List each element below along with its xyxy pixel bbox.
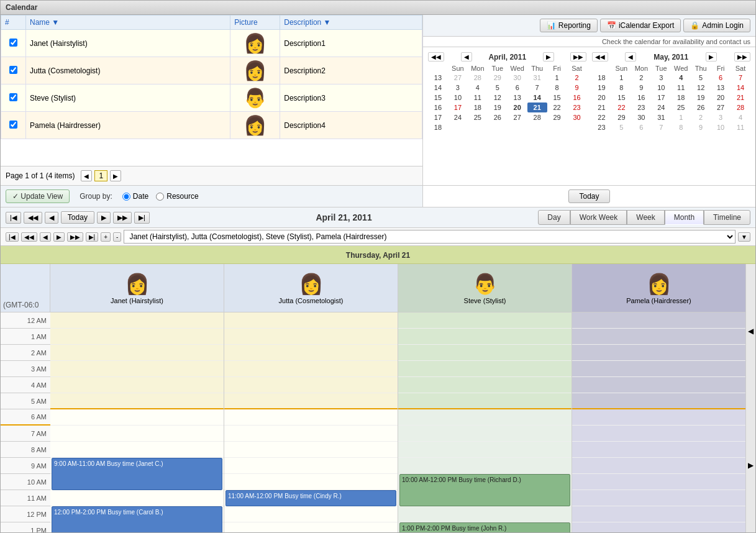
cal-day[interactable]: 4 <box>468 83 488 93</box>
cal-day[interactable] <box>567 122 587 132</box>
tab-timeline[interactable]: Timeline <box>704 210 750 225</box>
cal-day[interactable]: 14 <box>527 93 547 102</box>
steve-event-1[interactable]: 10:00 AM-12:00 PM Busy time (Richard D.) <box>399 474 570 506</box>
cal-day[interactable]: 19 <box>691 93 711 102</box>
today-button[interactable]: Today <box>568 189 609 203</box>
next-page-btn[interactable]: ▶ <box>110 170 121 181</box>
admin-button[interactable]: 🔒 Admin Login <box>683 19 750 32</box>
scroll-right-btn[interactable]: ▶ <box>748 398 754 532</box>
cal-day[interactable]: 16 <box>567 93 587 102</box>
cal-day[interactable]: 20 <box>711 93 731 102</box>
april-prev-btn[interactable]: ◀◀ <box>428 52 444 62</box>
tab-week[interactable]: Week <box>627 210 664 225</box>
dropdown-btn[interactable]: ▼ <box>738 232 750 242</box>
tab-work-week[interactable]: Work Week <box>570 210 627 225</box>
cal-day[interactable]: 3 <box>711 112 731 122</box>
cal-day[interactable]: 17 <box>448 102 468 112</box>
cal-day[interactable]: 23 <box>631 102 651 112</box>
reporting-button[interactable]: 📊 Reporting <box>540 19 598 32</box>
april-prev-month-btn[interactable]: ◀ <box>461 52 472 62</box>
cal-day[interactable]: 26 <box>691 102 711 112</box>
cal-day[interactable]: 11 <box>731 122 750 132</box>
cal-day[interactable]: 12 <box>691 83 711 93</box>
cal-day[interactable]: 10 <box>651 83 671 93</box>
cal-day[interactable]: 1 <box>547 73 567 83</box>
cal-day[interactable]: 9 <box>691 122 711 132</box>
cal-last-btn[interactable]: ▶| <box>86 232 99 242</box>
cal-day[interactable]: 17 <box>651 93 671 102</box>
jutta-event-1[interactable]: 11:00 AM-12:00 PM Busy time (Cindy R.) <box>225 490 396 506</box>
cal-day[interactable]: 4 <box>731 112 750 122</box>
cal-first-btn[interactable]: |◀ <box>6 232 19 242</box>
cal-day[interactable]: 8 <box>671 122 691 132</box>
cal-day[interactable]: 22 <box>547 102 567 112</box>
cal-day[interactable]: 1 <box>611 73 631 83</box>
cal-day[interactable]: 30 <box>631 112 651 122</box>
cal-day[interactable]: 8 <box>611 83 631 93</box>
cal-day[interactable]: 27 <box>508 112 527 122</box>
cal-day[interactable]: 15 <box>611 93 631 102</box>
back-fast-btn[interactable]: ◀◀ <box>24 212 42 224</box>
cal-day[interactable]: 13 <box>508 93 527 102</box>
cal-day[interactable]: 13 <box>711 83 731 93</box>
update-view-button[interactable]: ✓ Update View <box>6 189 70 203</box>
back-btn[interactable]: ◀ <box>45 212 58 224</box>
tab-day[interactable]: Day <box>538 210 570 225</box>
cal-day[interactable]: 24 <box>448 112 468 122</box>
janet-event-2[interactable]: 12:00 PM-2:00 PM Busy time (Carol B.) <box>52 506 222 532</box>
cal-day[interactable]: 18 <box>468 102 488 112</box>
cal-day[interactable]: 15 <box>547 93 567 102</box>
may-prev-btn[interactable]: ◀◀ <box>592 52 608 62</box>
row2-checkbox[interactable] <box>9 66 17 74</box>
first-btn[interactable]: |◀ <box>6 212 21 224</box>
cal-day[interactable]: 5 <box>611 122 631 132</box>
cal-day[interactable] <box>488 122 508 132</box>
cal-day[interactable]: 31 <box>527 73 547 83</box>
group-date-option[interactable]: Date <box>122 192 148 201</box>
cal-day[interactable] <box>448 122 468 132</box>
cal-day[interactable]: 26 <box>488 112 508 122</box>
cal-day[interactable]: 5 <box>488 83 508 93</box>
cal-day[interactable]: 10 <box>448 93 468 102</box>
cal-day[interactable]: 19 <box>488 102 508 112</box>
cal-fwd2-btn[interactable]: ▶▶ <box>67 232 83 242</box>
cal-day[interactable]: 6 <box>711 73 731 83</box>
cal-day[interactable]: 7 <box>527 83 547 93</box>
cal-day[interactable]: 14 <box>731 83 750 93</box>
cal-day[interactable] <box>468 122 488 132</box>
cal-day[interactable]: 29 <box>488 73 508 83</box>
cal-day[interactable]: 7 <box>651 122 671 132</box>
cal-day-selected[interactable]: 21 <box>527 102 547 112</box>
may-next-month-btn[interactable]: ▶ <box>706 52 717 62</box>
cal-day[interactable]: 28 <box>468 73 488 83</box>
cal-day[interactable]: 3 <box>651 73 671 83</box>
cal-day[interactable]: 24 <box>651 102 671 112</box>
cal-fwd-btn[interactable]: ▶ <box>53 232 65 242</box>
cal-day[interactable]: 27 <box>711 102 731 112</box>
cal-day[interactable]: 6 <box>508 83 527 93</box>
cal-day[interactable]: 18 <box>671 93 691 102</box>
row4-checkbox[interactable] <box>9 121 17 129</box>
may-prev-month-btn[interactable]: ◀ <box>625 52 636 62</box>
cal-day[interactable] <box>527 122 547 132</box>
may-next-btn[interactable]: ▶▶ <box>734 52 750 62</box>
cal-day[interactable]: 25 <box>468 112 488 122</box>
cal-day[interactable] <box>508 122 527 132</box>
cal-back-btn[interactable]: ◀ <box>40 232 51 242</box>
cal-day[interactable]: 8 <box>547 83 567 93</box>
group-date-radio[interactable] <box>122 193 130 201</box>
cal-day[interactable]: 10 <box>711 122 731 132</box>
row3-checkbox[interactable] <box>9 93 17 101</box>
cal-day[interactable]: 2 <box>691 112 711 122</box>
add-event-btn[interactable]: + <box>101 232 111 242</box>
cal-day[interactable]: 30 <box>508 73 527 83</box>
cal-day[interactable]: 2 <box>567 73 587 83</box>
remove-event-btn[interactable]: - <box>113 232 121 242</box>
cal-day[interactable]: 28 <box>731 102 750 112</box>
forward-fast-btn[interactable]: ▶▶ <box>113 212 132 224</box>
cal-day[interactable]: 30 <box>567 112 587 122</box>
april-next-btn[interactable]: ▶▶ <box>570 52 586 62</box>
today-nav-button[interactable]: Today <box>61 211 94 224</box>
cal-day[interactable]: 6 <box>631 122 651 132</box>
cal-day[interactable]: 5 <box>691 73 711 83</box>
